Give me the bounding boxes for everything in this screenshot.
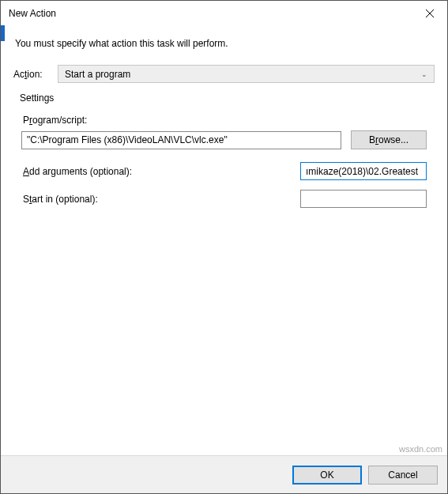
new-action-dialog: New Action You must specify what action … [0,0,448,494]
startin-input[interactable] [300,190,427,208]
program-script-label: Program/script: [23,115,427,126]
close-icon [426,9,434,17]
action-row: Action: Start a program ⌄ [12,65,436,83]
cancel-button[interactable]: Cancel [368,466,438,485]
accent-bar [1,25,5,41]
settings-legend: Settings [17,92,57,104]
intro-text: You must specify what action this task w… [15,38,436,49]
startin-row: Start in (optional): [21,190,427,208]
close-button[interactable] [412,2,447,25]
startin-label: Start in (optional): [23,194,98,205]
program-row: Browse... [21,130,427,149]
arguments-row: Add arguments (optional): [21,162,427,180]
chevron-down-icon: ⌄ [421,70,427,78]
arguments-input[interactable] [300,162,427,180]
program-script-input[interactable] [21,131,341,149]
browse-button-suffix: owse... [378,134,408,145]
ok-button[interactable]: OK [292,466,362,485]
action-dropdown[interactable]: Start a program ⌄ [58,65,435,83]
action-label-suffix: ion: [27,69,42,80]
watermark: wsxdn.com [399,444,442,454]
dialog-footer: OK Cancel [1,455,447,493]
action-dropdown-value: Start a program [65,69,130,80]
window-title: New Action [9,8,56,19]
dialog-content: You must specify what action this task w… [1,25,447,455]
settings-group: Settings Program/script: Browse... Add a… [12,99,436,225]
browse-button-prefix: B [369,134,375,145]
action-label: Action: [13,69,50,80]
browse-button[interactable]: Browse... [351,130,427,149]
action-label-prefix: Ac [13,69,24,80]
arguments-label: Add arguments (optional): [23,166,132,177]
titlebar: New Action [1,1,447,25]
